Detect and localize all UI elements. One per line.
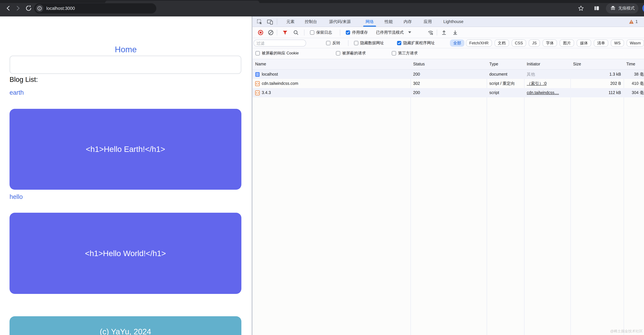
browser-window: localhost:3000 无痕模式 Home Blog List: eart… <box>0 0 644 335</box>
tab-performance[interactable]: 性能 <box>384 17 393 27</box>
earth-card: <h1>Hello Earth!</h1> <box>10 109 242 190</box>
tab-application[interactable]: 应用 <box>424 17 432 27</box>
device-toolbar-icon[interactable] <box>267 19 273 25</box>
checkbox-unchecked[interactable] <box>392 51 396 55</box>
request-size: 112 kB <box>570 88 621 97</box>
browser-chrome: localhost:3000 无痕模式 <box>0 0 644 17</box>
tab-sources[interactable]: 源代码/来源 <box>329 17 351 27</box>
earth-card-text: <h1>Hello Earth!</h1> <box>86 145 165 154</box>
url-bar[interactable]: localhost:3000 <box>34 3 156 14</box>
filter-chip-css[interactable]: CSS <box>512 40 526 47</box>
filter-chip-js[interactable]: JS <box>529 40 540 47</box>
request-name: localhost <box>262 70 408 79</box>
record-icon[interactable] <box>258 30 264 35</box>
checkbox-checked[interactable] <box>346 30 350 35</box>
filter-chip-ws[interactable]: WS <box>611 40 624 47</box>
back-icon[interactable] <box>4 5 12 12</box>
page-content: Home Blog List: earth <h1>Hello Earth!</… <box>0 17 252 335</box>
column-divider[interactable] <box>487 59 487 335</box>
request-type: document <box>489 70 522 79</box>
profile-avatar[interactable] <box>642 4 644 13</box>
checkbox-unchecked[interactable] <box>310 30 314 35</box>
request-initiator-link[interactable]: （索引）:0 <box>527 79 569 88</box>
network-conditions-icon[interactable] <box>428 30 434 35</box>
column-divider[interactable] <box>524 59 524 335</box>
side-panel-icon[interactable] <box>593 5 600 12</box>
hello-link[interactable]: hello <box>10 193 23 201</box>
table-row[interactable]: localhost 200 document 其他 1.3 kB 38 毫秒 <box>252 70 644 79</box>
site-info-icon[interactable] <box>36 5 43 12</box>
tab-lighthouse[interactable]: Lighthouse <box>443 17 464 27</box>
checkbox-unchecked[interactable] <box>354 41 358 45</box>
table-row[interactable]: cdn.tailwindcss.com 302 script / 重定向 （索引… <box>252 79 644 88</box>
filter-chip-media[interactable]: 媒体 <box>577 40 591 47</box>
tab-elements[interactable]: 元素 <box>286 17 294 27</box>
column-header-status[interactable]: Status <box>413 59 425 69</box>
table-row[interactable]: 3.4.3 200 script cdn.tailwindcss.... 112… <box>252 88 644 97</box>
throttling-label: 已停用节流模式 <box>376 30 404 35</box>
export-har-icon[interactable] <box>452 30 458 35</box>
tab-network[interactable]: 网络 <box>366 17 374 27</box>
blocked-cookies-checkbox[interactable]: 被屏蔽的响应 Cookie <box>256 51 299 56</box>
reload-icon[interactable] <box>25 5 32 12</box>
world-card: <h1>Hello World!</h1> <box>10 213 242 294</box>
bookmark-star-icon[interactable] <box>577 5 584 12</box>
search-icon[interactable] <box>293 30 298 35</box>
filter-chip-font[interactable]: 字体 <box>543 40 557 47</box>
earth-link[interactable]: earth <box>10 89 24 96</box>
filter-chip-wasm[interactable]: Wasm <box>626 40 644 47</box>
request-initiator-link[interactable]: cdn.tailwindcss.... <box>527 88 569 97</box>
throttling-select[interactable]: 已停用节流模式 <box>376 30 411 35</box>
checkbox-unchecked[interactable] <box>336 51 340 55</box>
column-header-type[interactable]: Type <box>489 59 498 69</box>
column-divider[interactable] <box>570 59 571 335</box>
toolbar-separator <box>340 30 340 35</box>
third-party-checkbox[interactable]: 第三方请求 <box>392 51 418 56</box>
column-header-name[interactable]: Name <box>255 59 266 69</box>
request-time: 410 毫秒 <box>624 79 644 88</box>
hide-data-urls-checkbox[interactable]: 隐藏数据网址 <box>354 40 384 46</box>
column-header-initiator[interactable]: Initiator <box>527 59 540 69</box>
filter-chip-doc[interactable]: 文档 <box>494 40 509 47</box>
invert-checkbox[interactable]: 反转 <box>326 40 340 46</box>
column-header-size[interactable]: Size <box>573 59 581 69</box>
filter-chip-fetch-xhr[interactable]: Fetch/XHR <box>466 40 492 47</box>
tab-memory[interactable]: 内存 <box>404 17 412 27</box>
forward-icon[interactable] <box>14 5 22 12</box>
column-divider[interactable] <box>624 59 624 335</box>
disable-cache-label: 停用缓存 <box>352 30 368 35</box>
url-text: localhost:3000 <box>46 6 75 11</box>
active-tab[interactable] <box>105 1 260 3</box>
filter-funnel-icon[interactable] <box>282 30 288 35</box>
script-icon <box>255 90 260 95</box>
import-har-icon[interactable] <box>441 30 447 35</box>
filter-input[interactable] <box>254 40 306 47</box>
checkbox-unchecked[interactable] <box>326 41 330 45</box>
checkbox-checked[interactable] <box>397 41 401 45</box>
preserve-log-checkbox[interactable]: 保留日志 <box>310 30 332 35</box>
hide-data-urls-label: 隐藏数据网址 <box>360 40 384 46</box>
blocked-requests-checkbox[interactable]: 被屏蔽的请求 <box>336 51 366 56</box>
incognito-badge: 无痕模式 <box>606 3 638 14</box>
issues-counter[interactable]: 1 <box>629 17 638 27</box>
filter-separator <box>348 40 348 46</box>
tab-strip <box>0 0 644 3</box>
filter-chip-all[interactable]: 全部 <box>450 40 464 47</box>
hide-extension-urls-label: 隐藏扩展程序网址 <box>403 40 435 46</box>
clear-icon[interactable] <box>268 30 274 35</box>
tab-console[interactable]: 控制台 <box>305 17 317 27</box>
hide-extension-urls-checkbox[interactable]: 隐藏扩展程序网址 <box>397 40 435 46</box>
tabbar-separator <box>277 19 277 25</box>
filter-chip-manifest[interactable]: 清单 <box>594 40 608 47</box>
network-filter-row-2: 被屏蔽的响应 Cookie 被屏蔽的请求 第三方请求 <box>252 48 644 58</box>
page-input[interactable] <box>10 56 242 74</box>
home-link[interactable]: Home <box>0 45 252 54</box>
column-header-time[interactable]: Time <box>626 59 635 69</box>
requests-table: Name Status Type Initiator Size Time loc… <box>252 59 644 335</box>
disable-cache-checkbox[interactable]: 停用缓存 <box>346 30 368 35</box>
checkbox-unchecked[interactable] <box>256 51 260 55</box>
script-icon <box>255 81 260 86</box>
inspect-element-icon[interactable] <box>256 19 262 25</box>
filter-chip-img[interactable]: 图片 <box>560 40 574 47</box>
column-divider[interactable] <box>410 59 411 335</box>
